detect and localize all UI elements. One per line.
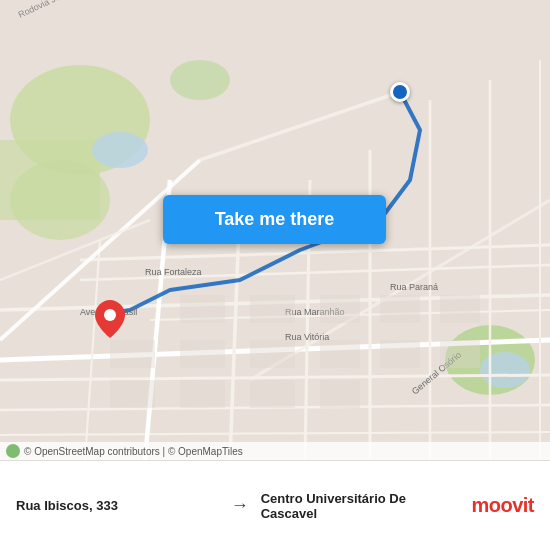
svg-rect-48 xyxy=(180,380,225,408)
svg-point-5 xyxy=(170,60,230,100)
svg-text:Rua Paraná: Rua Paraná xyxy=(390,282,438,292)
map-container: Rodovia José Neves Formighieri Rua Manau… xyxy=(0,0,550,460)
footer-from-location: Rua Ibiscos, 333 xyxy=(16,498,219,513)
svg-rect-39 xyxy=(320,295,360,323)
svg-rect-47 xyxy=(110,380,155,408)
origin-marker xyxy=(390,82,410,102)
svg-rect-43 xyxy=(380,340,420,368)
svg-rect-37 xyxy=(180,295,225,323)
footer-bar: Rua Ibiscos, 333 → Centro Universitário … xyxy=(0,460,550,550)
svg-rect-51 xyxy=(320,380,360,408)
footer-arrow-icon: → xyxy=(219,495,261,516)
take-me-there-button[interactable]: Take me there xyxy=(163,195,386,244)
svg-point-52 xyxy=(104,309,116,321)
svg-rect-50 xyxy=(320,340,360,368)
destination-pin xyxy=(95,300,125,338)
osm-logo-icon xyxy=(6,444,20,458)
footer-to-location: Centro Universitário De Cascavel xyxy=(261,491,464,521)
svg-rect-42 xyxy=(380,295,420,323)
svg-point-7 xyxy=(480,352,530,388)
svg-rect-46 xyxy=(110,340,155,368)
svg-rect-41 xyxy=(250,340,295,368)
svg-rect-40 xyxy=(180,340,225,368)
svg-rect-45 xyxy=(440,340,480,368)
svg-text:Rua Fortaleza: Rua Fortaleza xyxy=(145,267,202,277)
svg-rect-3 xyxy=(0,140,100,220)
svg-rect-44 xyxy=(440,295,480,323)
svg-point-6 xyxy=(92,132,148,168)
svg-rect-49 xyxy=(250,380,295,408)
map-attribution: © OpenStreetMap contributors | © OpenMap… xyxy=(0,442,550,460)
svg-rect-38 xyxy=(250,295,295,323)
moovit-logo: moovit xyxy=(471,494,534,517)
attribution-text: © OpenStreetMap contributors | © OpenMap… xyxy=(24,446,243,457)
